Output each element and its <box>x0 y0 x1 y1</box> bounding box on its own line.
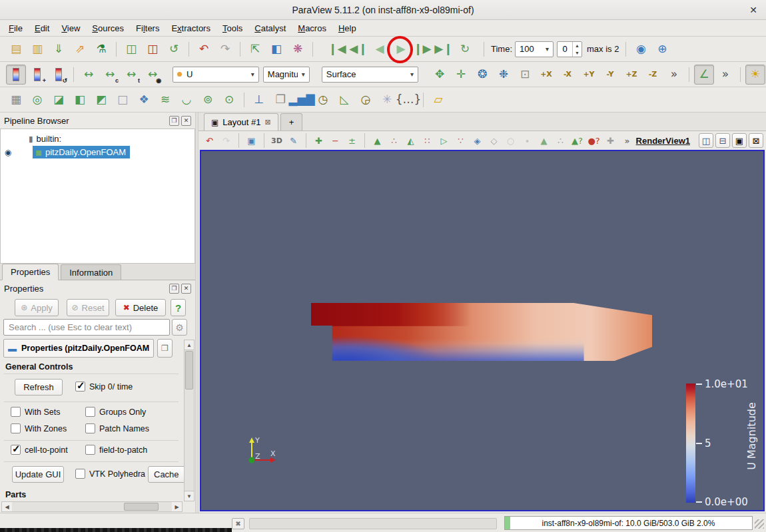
select-cells-polygon-icon[interactable]: ▷ <box>436 133 452 148</box>
selected-pipeline-item[interactable]: ◼ pitzDaily.OpenFOAM <box>33 146 130 158</box>
grow-selection-icon[interactable]: ✚ <box>603 133 618 148</box>
set-view-minus-x-icon[interactable]: -X <box>558 65 577 85</box>
subtract-selection-icon[interactable]: − <box>328 133 343 148</box>
checkbox-skip-0-time[interactable]: Skip 0/ time <box>75 382 133 392</box>
checkbox-groups-only[interactable]: Groups Only <box>85 407 146 417</box>
rescale-over-time-icon[interactable]: ↔t <box>121 65 141 85</box>
checkbox-vtk-polyhedra[interactable]: VTK Polyhedra <box>75 469 145 479</box>
extract-block-icon[interactable]: ⊙ <box>219 90 239 110</box>
checkbox-cell-to-point[interactable]: cell-to-point <box>11 445 68 455</box>
extract-subset-icon[interactable]: □ <box>113 90 133 110</box>
select-block-icon[interactable]: ◈ <box>470 133 485 148</box>
glyph-icon[interactable]: ❖ <box>134 90 154 110</box>
split-vertical-icon[interactable]: ⊟ <box>715 133 730 148</box>
toggle-light-kit-icon[interactable]: ☀ <box>745 65 765 85</box>
scroll-down-icon[interactable]: ▼ <box>185 491 194 501</box>
zoom-to-box-icon[interactable]: ⊡ <box>515 65 535 85</box>
toggle-selection-icon[interactable]: ± <box>344 133 360 148</box>
interactive-select-cells-icon[interactable]: ○ <box>503 133 518 148</box>
set-view-plus-y-icon[interactable]: +Y <box>579 65 599 85</box>
camera-redo-icon[interactable]: ↷ <box>218 133 234 148</box>
tab-layout-1[interactable]: ▣ Layout #1 ⊠ <box>204 113 278 131</box>
menu-catalyst[interactable]: Catalyst <box>248 22 292 35</box>
maximize-view-icon[interactable]: ▣ <box>732 133 747 148</box>
last-frame-button[interactable]: ▶❙ <box>434 39 454 59</box>
ruler-icon[interactable]: ▱ <box>428 90 448 110</box>
capture-screenshot-icon[interactable]: ⇗ <box>70 39 90 59</box>
menu-tools[interactable]: Tools <box>216 22 248 35</box>
auto-apply-icon[interactable]: ⇱ <box>245 39 265 59</box>
loop-button[interactable]: ↻ <box>455 39 475 59</box>
query-cells-icon[interactable]: ▲? <box>570 133 585 148</box>
scrollbar-thumb[interactable] <box>185 351 193 390</box>
previous-frame-button[interactable]: ◀❙ <box>348 39 368 59</box>
disconnect-server-icon[interactable]: ◫ <box>143 39 163 59</box>
tab-information[interactable]: Information <box>61 264 121 280</box>
redo-icon[interactable]: ↷ <box>215 39 235 59</box>
adjust-camera-icon[interactable]: ✎ <box>286 133 301 148</box>
hover-points-icon[interactable]: ∴ <box>553 133 568 148</box>
first-frame-button[interactable]: ❙◀ <box>327 39 347 59</box>
menu-file[interactable]: File <box>3 22 29 35</box>
split-horizontal-icon[interactable]: ◫ <box>699 133 713 148</box>
contour-icon[interactable]: ◎ <box>27 90 47 110</box>
scroll-up-icon[interactable]: ▲ <box>185 340 194 350</box>
interactive-select-points-icon[interactable]: ∙ <box>520 133 535 148</box>
select-cells-through-icon[interactable]: ◭ <box>403 133 418 148</box>
tab-properties[interactable]: Properties <box>2 264 59 280</box>
toolbar-overflow-icon[interactable]: » <box>664 65 684 85</box>
pipeline-item-pitzdaily[interactable]: ◉ ◼ pitzDaily.OpenFOAM <box>1 146 194 158</box>
checkbox-with-sets[interactable]: With Sets <box>11 407 61 417</box>
help-button[interactable]: ? <box>171 299 186 316</box>
checkbox-patch-names[interactable]: Patch Names <box>85 423 149 433</box>
component-combo[interactable]: Magnitude ▾ <box>263 67 310 83</box>
spin-up-icon[interactable]: ▲ <box>573 42 581 49</box>
histogram-icon[interactable]: ▂▅▇ <box>292 90 312 110</box>
save-screenshot-icon[interactable]: ◉ <box>631 39 651 59</box>
tab-close-icon[interactable]: ⊠ <box>264 118 270 127</box>
float-panel-icon[interactable]: ❐ <box>169 284 179 294</box>
connect-server-icon[interactable]: ◫ <box>121 39 141 59</box>
warp-by-vector-icon[interactable]: ◡ <box>177 90 196 110</box>
time-value-combo[interactable]: 100 ▾ <box>515 41 554 57</box>
reset-camera-closest-icon[interactable]: ❂ <box>472 65 492 85</box>
plot-on-intersection-curves-icon[interactable]: ◺ <box>334 90 354 110</box>
properties-horizontal-scrollbar[interactable]: ◀ ▶ <box>1 501 183 512</box>
reset-button[interactable]: ⊘ Reset <box>67 299 109 316</box>
threshold-icon[interactable]: ◩ <box>91 90 111 110</box>
reset-camera-icon[interactable]: ✥ <box>430 65 450 85</box>
plot-data-over-time-icon[interactable]: ◷ <box>313 90 333 110</box>
scrollbar-thumb[interactable] <box>124 503 159 511</box>
toolbar-overflow-icon[interactable]: » <box>619 133 635 148</box>
visibility-eye-icon[interactable]: ◉ <box>1 148 15 157</box>
color-palette-icon[interactable]: ❋ <box>288 39 308 59</box>
resize-grip[interactable] <box>755 519 764 529</box>
save-state-icon[interactable]: ⇓ <box>49 39 69 59</box>
slice-icon[interactable]: ◧ <box>70 90 90 110</box>
save-catalyst-state-icon[interactable]: ⚗ <box>91 39 111 59</box>
float-panel-icon[interactable]: ❐ <box>169 116 179 126</box>
group-datasets-icon[interactable]: ⊚ <box>198 90 218 110</box>
window-close-icon[interactable]: ✕ <box>747 4 759 16</box>
reset-color-range-icon[interactable]: ↺ <box>49 65 69 85</box>
copy-properties-button[interactable]: ❐ <box>157 339 173 358</box>
menu-macros[interactable]: Macros <box>292 22 332 35</box>
rescale-to-custom-range-icon[interactable]: ↔c <box>100 65 120 85</box>
checkbox-field-to-patch[interactable]: field-to-patch <box>85 445 147 455</box>
toggle-color-legend-icon[interactable] <box>6 65 26 85</box>
show-orientation-axes-icon[interactable]: ∠ <box>694 65 714 85</box>
save-animation-icon[interactable]: ⊕ <box>652 39 672 59</box>
toggle-2d-3d-icon[interactable]: 3D <box>269 133 284 148</box>
camera-undo-icon[interactable]: ↶ <box>202 133 217 148</box>
spin-down-icon[interactable]: ▼ <box>573 49 581 57</box>
menu-extractors[interactable]: Extractors <box>165 22 216 35</box>
zoom-to-data-icon[interactable]: ✛ <box>451 65 471 85</box>
set-view-plus-x-icon[interactable]: +X <box>536 65 556 85</box>
time-index-spinbox[interactable]: 0 ▲ ▼ <box>557 41 582 57</box>
extract-selection-icon[interactable]: ❐ <box>270 90 290 110</box>
interpolate-to-quadrature-points-icon[interactable]: ✳ <box>377 90 397 110</box>
render-view[interactable]: Y X Z 1.0e+01 5 0.0e+00 U Magnitude <box>200 150 765 511</box>
cache-button[interactable]: Cache <box>148 466 188 483</box>
properties-group-header[interactable]: ▬ Properties (pitzDaily.OpenFOAM <box>3 339 154 358</box>
open-file-icon[interactable]: ▤ <box>6 39 26 59</box>
